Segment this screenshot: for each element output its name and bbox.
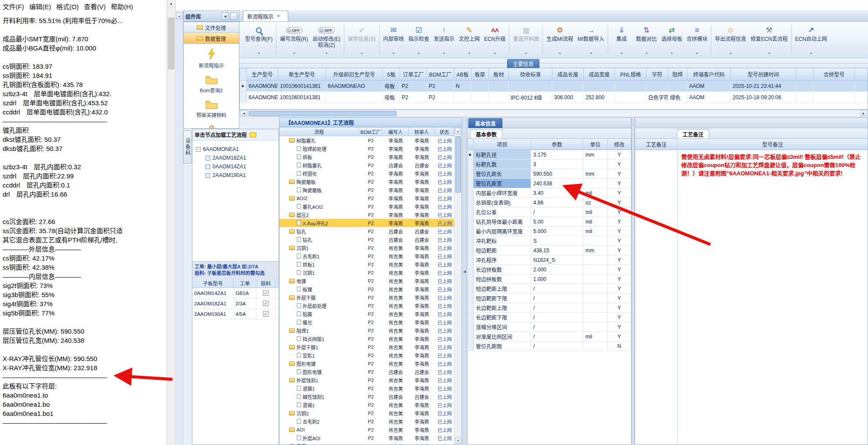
process-row-钻孔[interactable]: 钻孔P2吕建会吕建会已上网 <box>279 235 454 244</box>
dropdown-arrow-icon[interactable]: ▼ <box>525 52 528 55</box>
device-side-tab[interactable]: 设备科 <box>183 130 192 164</box>
dropdown-arrow-icon[interactable]: ▼ <box>670 52 673 55</box>
process-row-去毛刺2[interactable]: 去毛刺2P2肖吉美李海燕已上网 <box>279 417 454 425</box>
toolbar-button-型号查询(F)[interactable]: 型号查询(F)▼ <box>243 23 275 56</box>
model-notes-body[interactable]: 需使用无卤素材料!层偏要求:同一芯板层偏≤3mil! 整板层偏≤5mil!（禁止… <box>678 150 868 445</box>
process-row-板镀[interactable]: 板镀P2肖吉美李海燕已上网 <box>279 285 454 293</box>
param-row-最小内层隔离环宽度[interactable]: 最小内层隔离环宽度5.000milY <box>468 227 631 236</box>
grid-column-header-成品宽度[interactable]: 成品宽度 <box>584 68 615 80</box>
grid-column-header-AB板[interactable]: AB板 <box>454 68 471 80</box>
row-selector[interactable] <box>240 92 247 103</box>
dropdown-arrow-icon[interactable]: ▼ <box>620 52 623 55</box>
tab-new-process-instruction[interactable]: 新流程指示 × <box>243 10 288 21</box>
toolbar-button-文控上网[interactable]: ✎文控上网▼ <box>457 23 482 56</box>
toolbar-button-启动修改(E)[interactable]: OFF启动修改(E)取消(Z)▼ <box>310 23 343 56</box>
grid-column-header-PNL规格[interactable]: PNL规格 <box>615 68 646 80</box>
grid-column-header-生产型号[interactable]: 生产型号 <box>247 68 278 80</box>
process-vertical-scrollbar[interactable]: ▲ ▼ <box>454 127 461 445</box>
params-column-header-项目[interactable]: 项目 <box>474 139 531 150</box>
param-row-短边靶距[interactable]: 短边靶距438.15mmY <box>468 246 631 255</box>
grid-column-header-S板[interactable]: S板 <box>383 68 400 80</box>
process-row-去毛刺1[interactable]: 去毛刺1P2肖吉美李海燕已上网 <box>279 252 454 260</box>
toolbar-button-导出流程信息[interactable]: ☺导出流程信息▼ <box>713 23 748 56</box>
dropdown-arrow-icon[interactable]: ▼ <box>493 52 496 55</box>
sidebar-group-数据管理[interactable]: 数据管理 <box>184 33 239 44</box>
param-row-钻孔到导体最小距离[interactable]: 钻孔到导体最小距离5.00milY <box>468 217 631 227</box>
toggle-off[interactable]: OFF <box>286 27 303 33</box>
param-row-管位孔距图[interactable]: 管位孔距图/N <box>468 341 631 351</box>
grid-horizontal-scrollbar[interactable]: ◀ ▶ <box>239 110 868 117</box>
grid-column-header-型号创建时间[interactable]: 型号创建时间 <box>731 68 796 80</box>
dropdown-arrow-icon[interactable]: ▼ <box>558 52 562 55</box>
toolbar-button-编写流程(R)[interactable]: OFF编写流程(R)▼ <box>278 23 310 56</box>
tab-process-notes[interactable]: 工艺备注 <box>677 129 709 138</box>
process-row-沉铜1[interactable]: 沉铜1P2肖吉美李海燕已上网 <box>279 244 454 252</box>
params-column-header-修改[interactable]: 修改 <box>608 139 631 150</box>
close-icon[interactable]: × <box>277 14 280 18</box>
toolbar-button-保存信息(S)[interactable]: ✔保存信息(S)▼ <box>346 23 378 56</box>
grid-column-header-板厚[interactable]: 板厚 <box>471 68 489 80</box>
process-row-烘板[interactable]: 烘板P2李海燕李海燕已上网 <box>279 153 454 161</box>
tab-basic-info[interactable]: 基本信息 <box>468 118 502 128</box>
process-row-阻焊1[interactable]: 阻焊1P2肖吉美李海燕已上网 <box>279 326 454 335</box>
grid-column-header-阻焊[interactable]: 阻焊 <box>668 68 687 80</box>
process-row-AOI2[interactable]: AOI2P2李海燕李海燕已上网 <box>279 194 454 202</box>
dropdown-arrow-icon[interactable]: ▼ <box>417 52 421 55</box>
notepad-scrollbar[interactable]: ▲ <box>167 0 175 445</box>
param-row-总铜厚(含表铜)[interactable]: 总铜厚(含表铜)4.66ozY <box>468 198 631 207</box>
process-row-塞孔AOI2[interactable]: 塞孔AOI2P2李海燕李海燕已上网 <box>279 202 454 211</box>
toolbar-button-数据对比[interactable]: ⇅数据对比▼ <box>634 23 659 56</box>
grid-column-header-blank[interactable] <box>796 68 814 80</box>
param-row-孔位公差[interactable]: 孔位公差/milY <box>468 207 631 217</box>
subboard-row-2AAOM18ZA1[interactable]: 2AAOM18ZA12/3A✓ <box>192 298 279 309</box>
dropdown-arrow-icon[interactable]: ▼ <box>589 52 592 55</box>
params-column-header-单位[interactable]: 单位 <box>583 139 608 150</box>
toolbar-button-集成[interactable]: ⇓集成▼ <box>609 23 634 56</box>
process-row-图形电镀[interactable]: 图形电镀P2吕建会吕建会已上网 <box>279 368 454 376</box>
process-column-header-状态[interactable]: 状态 <box>435 127 454 136</box>
toolbar-button-重选开料图[interactable]: ▦重选开料图▼ <box>511 23 541 56</box>
tree-node-0AAOM14ZA1[interactable]: 0AAOM14ZA1 <box>196 162 278 171</box>
toggle-off[interactable]: OFF <box>318 27 335 33</box>
notepad-text[interactable]: 开料利用率: 55.51% (利用率低于70%必... 成品最小SMT宽度(mi… <box>0 13 167 427</box>
process-row-外层AOI[interactable]: 外层AOIP2李海燕李海燕已上网 <box>279 434 454 442</box>
process-row-贴膜[interactable]: 贴膜P2肖吉美李海燕已上网 <box>279 310 454 318</box>
process-row-碱性蚀刻1[interactable]: 碱性蚀刻1P2吕建会吕建会已上网 <box>279 392 454 401</box>
grid-column-header-BOM工厂[interactable]: BOM工厂 <box>427 68 454 80</box>
collapse-left-icon[interactable]: ◀ <box>222 13 229 20</box>
checkbox[interactable]: ✓ <box>263 301 269 306</box>
process-row-外层前处理[interactable]: 外层前处理P2肖吉美李海燕已上网 <box>279 301 454 310</box>
process-row-陶瓷磨板[interactable]: 陶瓷磨板P2李海燕李海燕已上网 <box>279 186 454 194</box>
process-row-曝光[interactable]: 曝光P2肖吉美李海燕已上网 <box>279 318 454 326</box>
process-row-树脂塞孔[interactable]: 树脂塞孔P2李海燕李海燕已上网 <box>279 136 454 144</box>
param-row-长边靶距上限[interactable]: 长边靶距上限/Y <box>468 303 631 313</box>
param-row-标靶孔径[interactable]: ▶标靶孔径3.175mmY <box>468 150 631 160</box>
toolbar-button-MI数据导入[interactable]: →MI数据导入▼ <box>575 23 606 56</box>
grid-column-header-生产[interactable]: 生产 <box>855 68 868 80</box>
scroll-down-icon[interactable]: ▼ <box>455 437 461 444</box>
process-row-终固化[interactable]: 终固化P2李海燕李海燕已上网 <box>279 169 454 177</box>
toolbar-button-发送指示[interactable]: ↑发送指示▼ <box>431 23 457 56</box>
tree-node-root[interactable]: − 6AAOMONEA1 <box>196 145 278 154</box>
param-row-管位孔距长[interactable]: 管位孔距长590.550mmY <box>468 169 631 179</box>
dropdown-arrow-icon[interactable]: ▼ <box>293 52 296 55</box>
grid-column-header-新生产型号[interactable]: 新生产型号 <box>278 68 326 80</box>
dropdown-arrow-icon[interactable]: ▼ <box>645 52 648 55</box>
toolbar-button-修复ECN丢流程[interactable]: ⚒修复ECN丢流程▼ <box>748 23 790 56</box>
menu-item[interactable]: 帮助(H) <box>110 1 138 12</box>
grid-row[interactable]: 6AAOMONEAO10010600141381母板P2P2IPC-6012 Ⅱ… <box>240 92 868 103</box>
sidebar-group-文件处理[interactable]: 文件处理 <box>184 22 239 33</box>
grid-column-header-订单工厂[interactable]: 订单工厂 <box>400 68 427 80</box>
sidebar-item-Bom查询2[interactable]: Bom查询2 <box>184 75 239 94</box>
process-row-外层蚀刻1[interactable]: 外层蚀刻1P2肖吉美李海燕已上网 <box>279 376 454 384</box>
dropdown-arrow-icon[interactable]: ▼ <box>443 52 446 55</box>
process-column-header-编写人[interactable]: 编写人 <box>383 127 409 136</box>
sidebar-item-预审关键物料[interactable]: 预审关键物料 <box>184 100 239 118</box>
param-row-冲孔靶标[interactable]: 冲孔靶标SY <box>468 236 631 246</box>
process-row-挡点网版1[interactable]: 挡点网版1P2肖吉美李海燕已上网 <box>279 335 454 343</box>
param-row-短边靶距上限[interactable]: 短边靶距上限/Y <box>468 284 631 294</box>
dropdown-arrow-icon[interactable]: ▼ <box>767 52 770 55</box>
scrollbar-thumb[interactable] <box>249 111 397 116</box>
param-row-短边靶距下限[interactable]: 短边靶距下限/Y <box>468 294 631 303</box>
dropdown-arrow-icon[interactable]: ▼ <box>325 52 328 55</box>
